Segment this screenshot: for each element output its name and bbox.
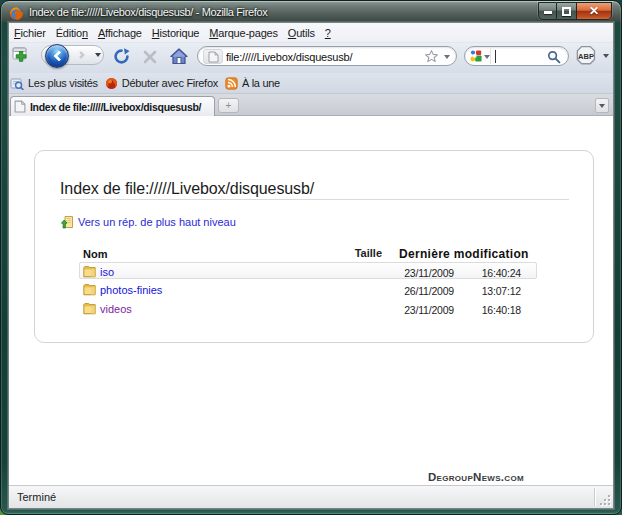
table-row: photos-finies 26/11/2009 13:07:12	[35, 282, 593, 301]
bookmark-latest-headlines[interactable]: À la une	[225, 77, 280, 90]
back-button[interactable]	[45, 44, 69, 68]
new-tab-button[interactable]: +	[218, 98, 239, 113]
folder-link[interactable]: videos	[100, 303, 132, 315]
status-bar: Terminé	[9, 485, 613, 508]
stop-button[interactable]	[143, 50, 157, 64]
tab-page-icon	[14, 100, 26, 113]
directory-table: Nom Taille Dernière modification	[35, 245, 593, 319]
folder-link[interactable]: photos-finies	[100, 284, 162, 296]
degroupnews-watermark: DegroupNews.com	[428, 471, 524, 484]
back-icon	[53, 50, 64, 61]
firefox-window: Index de file://///Livebox/disquesusb/ -…	[0, 0, 622, 515]
firefox-bookmark-icon	[105, 77, 118, 90]
file-entry[interactable]: videos	[83, 303, 132, 315]
up-directory-link[interactable]: Vers un rép. de plus haut niveau	[61, 215, 236, 229]
status-divider	[594, 488, 595, 506]
modified-time: 13:07:12	[449, 285, 521, 297]
column-header-size[interactable]: Taille	[322, 247, 382, 259]
window-controls: ✕	[538, 2, 612, 20]
headlines-rss-icon	[225, 77, 238, 90]
menu-fichier[interactable]: Fichier	[9, 25, 51, 41]
navigation-toolbar: file://///Livebox/disquesusb/	[9, 43, 613, 73]
modified-date: 23/11/2009	[382, 267, 454, 279]
page-favicon	[203, 49, 223, 64]
tab-list-dropdown-icon	[599, 104, 605, 108]
folder-link[interactable]: iso	[100, 266, 114, 278]
bookmarks-toolbar: Les plus visités Débuter avec Firefox À …	[9, 73, 613, 94]
table-header-row: Nom Taille Dernière modification	[35, 245, 593, 264]
most-visited-icon	[10, 77, 24, 90]
table-row: iso 23/11/2009 16:40:24	[35, 264, 593, 283]
search-bar[interactable]	[464, 46, 569, 66]
folder-icon	[83, 284, 96, 296]
menu-aide[interactable]: ?	[320, 25, 336, 41]
google-icon	[470, 50, 482, 62]
add-page-button[interactable]	[11, 47, 32, 65]
folder-icon	[83, 303, 96, 315]
menu-outils[interactable]: Outils	[283, 25, 320, 41]
directory-heading: Index de file://///Livebox/disquesusb/	[60, 181, 569, 200]
minimize-icon	[544, 11, 552, 14]
close-button[interactable]: ✕	[577, 2, 612, 20]
home-button[interactable]	[170, 48, 188, 65]
modified-time: 16:40:24	[449, 267, 521, 279]
close-icon: ✕	[577, 4, 611, 18]
modified-date: 26/11/2009	[382, 285, 454, 297]
forward-button[interactable]	[70, 48, 90, 64]
folder-icon	[83, 266, 96, 278]
file-entry[interactable]: photos-finies	[83, 284, 162, 296]
column-header-modified[interactable]: Dernière modification	[399, 247, 529, 261]
tab-active[interactable]: Index de file://///Livebox/disquesusb/	[10, 96, 215, 116]
firefox-logo-icon	[9, 6, 24, 21]
menu-affichage[interactable]: Affichage	[93, 25, 147, 41]
search-engine-dropdown-icon[interactable]	[484, 55, 490, 59]
adblock-plus-button[interactable]: ABP	[575, 45, 597, 66]
menu-historique[interactable]: Historique	[147, 25, 205, 41]
url-bar[interactable]: file://///Livebox/disquesusb/	[197, 46, 457, 66]
titlebar[interactable]: Index de file://///Livebox/disquesusb/ -…	[1, 1, 621, 23]
bookmark-star-icon[interactable]	[424, 49, 439, 64]
modified-date: 23/11/2009	[382, 304, 454, 316]
up-folder-icon	[61, 215, 74, 229]
up-directory-label: Vers un rép. de plus haut niveau	[78, 216, 236, 228]
maximize-icon	[562, 7, 571, 16]
status-text: Terminé	[17, 491, 56, 503]
menu-marque-pages[interactable]: Marque-pages	[204, 25, 283, 41]
bookmark-most-visited[interactable]: Les plus visités	[10, 77, 98, 90]
menu-edition[interactable]: Édition	[51, 25, 93, 41]
bookmark-getting-started[interactable]: Débuter avec Firefox	[105, 77, 218, 90]
search-caret	[495, 50, 496, 63]
url-dropdown-icon[interactable]	[444, 55, 450, 59]
page-content: Index de file://///Livebox/disquesusb/ V…	[9, 116, 613, 485]
back-forward-dropdown-icon[interactable]	[95, 53, 101, 57]
resize-grip[interactable]	[598, 493, 611, 506]
minimize-button[interactable]	[538, 2, 557, 20]
page-icon	[208, 51, 219, 63]
column-header-name[interactable]: Nom	[83, 248, 107, 260]
window-title: Index de file://///Livebox/disquesusb/ -…	[29, 6, 267, 18]
tab-bar: Index de file://///Livebox/disquesusb/ +	[9, 94, 613, 116]
directory-listing-box: Index de file://///Livebox/disquesusb/ V…	[34, 150, 594, 343]
tab-label: Index de file://///Livebox/disquesusb/	[30, 101, 201, 113]
modified-time: 16:40:18	[449, 304, 521, 316]
search-magnifier-icon[interactable]	[547, 50, 561, 64]
reload-button[interactable]	[113, 48, 130, 65]
abp-dropdown-icon[interactable]	[603, 54, 609, 58]
menu-bar: Fichier Édition Affichage Historique Mar…	[9, 23, 613, 43]
abp-label: ABP	[578, 52, 594, 61]
tab-list-button[interactable]	[595, 98, 609, 113]
file-entry[interactable]: iso	[83, 266, 114, 278]
maximize-button[interactable]	[557, 2, 577, 20]
url-text[interactable]: file://///Livebox/disquesusb/	[226, 51, 352, 63]
table-row: videos 23/11/2009 16:40:18	[35, 301, 593, 320]
